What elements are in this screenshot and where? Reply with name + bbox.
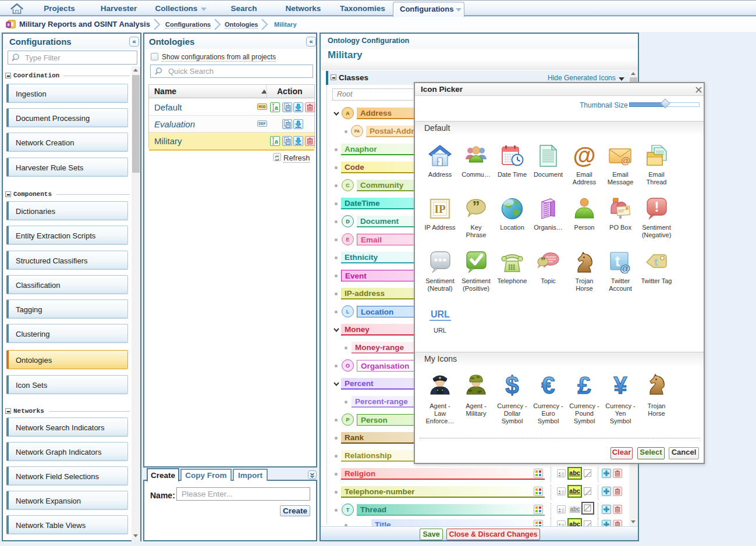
svg-text:$: $ (505, 373, 519, 396)
svg-text:t: t (654, 256, 658, 268)
svg-text:£: £ (577, 373, 591, 396)
svg-text:@: @ (620, 262, 631, 274)
svg-text:IP: IP (435, 203, 446, 215)
svg-text:@: @ (573, 144, 595, 167)
svg-text:¥: ¥ (613, 373, 627, 396)
svg-text:!: ! (655, 199, 659, 215)
svg-text:a: a (275, 105, 278, 111)
svg-text:a: a (275, 138, 278, 145)
svg-text:”: ” (473, 198, 480, 215)
svg-text:@: @ (621, 155, 631, 166)
svg-text:€: € (541, 373, 555, 396)
svg-text:”: ” (541, 256, 545, 266)
